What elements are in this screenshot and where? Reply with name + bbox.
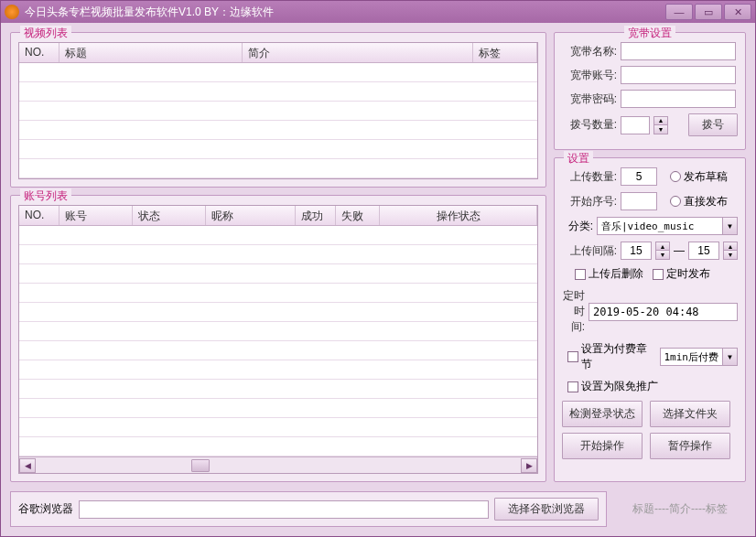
scroll-right-icon[interactable]: ▶: [521, 458, 537, 473]
bb-pwd-label: 宽带密码:: [562, 91, 617, 107]
col-title[interactable]: 标题: [59, 43, 243, 62]
col-success[interactable]: 成功: [296, 206, 336, 225]
draft-radio[interactable]: 发布草稿: [670, 169, 728, 185]
bb-name-label: 宽带名称:: [562, 44, 617, 59]
bb-dialcount-label: 拨号数量:: [562, 117, 617, 133]
interval-from-input[interactable]: [621, 242, 652, 260]
video-list-title: 视频列表: [20, 26, 71, 41]
bb-acct-input[interactable]: [621, 66, 736, 84]
window-title: 今日头条专栏视频批量发布软件V1.0 BY：边缘软件: [25, 5, 665, 20]
bb-pwd-input[interactable]: [621, 90, 736, 108]
video-table-header: NO. 标题 简介 标签: [19, 43, 537, 63]
minimize-button[interactable]: —: [665, 4, 693, 20]
category-label: 分类:: [562, 219, 593, 234]
select-browser-button[interactable]: 选择谷歌浏览器: [494, 498, 599, 521]
account-list-title: 账号列表: [20, 188, 71, 204]
video-table-body[interactable]: [19, 63, 537, 178]
account-table[interactable]: NO. 账号 状态 昵称 成功 失败 操作状态: [18, 205, 538, 474]
bb-name-input[interactable]: [621, 42, 736, 60]
broadband-group: 宽带设置 宽带名称: 宽带账号: 宽带密码: 拨号数量:: [554, 32, 746, 150]
schedule-time-label: 定时时间:: [562, 288, 585, 335]
interval-to-spinner[interactable]: ▲▼: [723, 242, 738, 260]
chevron-down-icon[interactable]: ▼: [722, 218, 737, 234]
schedule-publish-checkbox[interactable]: 定时发布: [653, 266, 710, 282]
interval-label: 上传间隔:: [562, 243, 617, 259]
chevron-down-icon[interactable]: ▼: [722, 349, 737, 365]
col-account[interactable]: 账号: [59, 206, 133, 225]
app-icon: [5, 5, 19, 19]
delete-after-checkbox[interactable]: 上传后删除: [575, 266, 643, 282]
paid-chapter-checkbox[interactable]: 设置为付费章节: [567, 341, 656, 372]
format-hint: 标题----简介----标签: [614, 501, 746, 517]
video-list-group: 视频列表 NO. 标题 简介 标签: [10, 32, 546, 188]
spin-up-icon[interactable]: ▲: [656, 242, 669, 251]
content-area: 视频列表 NO. 标题 简介 标签: [1, 23, 755, 536]
col-no[interactable]: NO.: [19, 206, 59, 225]
account-table-header: NO. 账号 状态 昵称 成功 失败 操作状态: [19, 206, 537, 226]
maximize-button[interactable]: ▭: [695, 4, 722, 20]
interval-to-input[interactable]: [688, 242, 719, 260]
upload-count-input[interactable]: [621, 167, 657, 186]
settings-group: 设置 上传数量: 发布草稿 开始序号: 直接发布 分类:: [554, 157, 746, 482]
interval-sep: —: [674, 244, 685, 257]
app-window: 今日头条专栏视频批量发布软件V1.0 BY：边缘软件 — ▭ ✕ 视频列表 NO…: [0, 0, 756, 537]
window-controls: — ▭ ✕: [665, 4, 751, 20]
interval-from-spinner[interactable]: ▲▼: [655, 242, 670, 260]
bb-acct-label: 宽带账号:: [562, 68, 617, 83]
col-tag[interactable]: 标签: [473, 43, 537, 62]
scroll-thumb[interactable]: [191, 459, 210, 472]
scroll-track[interactable]: [36, 458, 521, 473]
account-table-body[interactable]: [19, 226, 537, 456]
bb-dialcount-input[interactable]: [621, 116, 650, 134]
account-list-group: 账号列表 NO. 账号 状态 昵称 成功 失败 操作状态: [10, 195, 546, 482]
dial-button[interactable]: 拨号: [688, 113, 738, 136]
pause-button[interactable]: 暂停操作: [650, 433, 730, 459]
spin-down-icon[interactable]: ▼: [656, 251, 669, 259]
broadband-title: 宽带设置: [624, 26, 675, 41]
schedule-time-input[interactable]: [589, 303, 738, 321]
paid-after-select[interactable]: 1min后付费 ▼: [660, 348, 739, 366]
spin-up-icon[interactable]: ▲: [724, 242, 737, 251]
upload-count-label: 上传数量:: [562, 169, 617, 185]
browser-label: 谷歌浏览器: [18, 501, 73, 517]
col-nickname[interactable]: 昵称: [206, 206, 296, 225]
direct-radio[interactable]: 直接发布: [670, 194, 728, 209]
titlebar[interactable]: 今日头条专栏视频批量发布软件V1.0 BY：边缘软件 — ▭ ✕: [1, 1, 755, 23]
start-button[interactable]: 开始操作: [562, 433, 643, 459]
start-seq-label: 开始序号:: [562, 194, 617, 209]
spin-up-icon[interactable]: ▲: [654, 117, 667, 125]
free-promo-checkbox[interactable]: 设置为限免推广: [567, 379, 658, 394]
col-opstatus[interactable]: 操作状态: [380, 206, 537, 225]
scroll-left-icon[interactable]: ◀: [19, 458, 36, 473]
settings-title: 设置: [564, 151, 593, 166]
col-no[interactable]: NO.: [19, 43, 59, 62]
close-button[interactable]: ✕: [724, 4, 751, 20]
category-select[interactable]: 音乐|video_music ▼: [597, 217, 738, 235]
select-folder-button[interactable]: 选择文件夹: [650, 401, 730, 427]
bb-dialcount-spinner[interactable]: ▲▼: [653, 116, 668, 134]
col-intro[interactable]: 简介: [243, 43, 473, 62]
spin-down-icon[interactable]: ▼: [654, 125, 667, 134]
bottom-bar: 谷歌浏览器 选择谷歌浏览器 标题----简介----标签: [10, 488, 746, 527]
start-seq-input[interactable]: [621, 192, 657, 210]
col-fail[interactable]: 失败: [336, 206, 380, 225]
spin-down-icon[interactable]: ▼: [724, 251, 737, 259]
video-table[interactable]: NO. 标题 简介 标签: [18, 42, 538, 179]
col-status[interactable]: 状态: [133, 206, 206, 225]
browser-path-input[interactable]: [79, 500, 489, 519]
check-login-button[interactable]: 检测登录状态: [562, 401, 643, 427]
horizontal-scrollbar[interactable]: ◀ ▶: [19, 456, 537, 473]
